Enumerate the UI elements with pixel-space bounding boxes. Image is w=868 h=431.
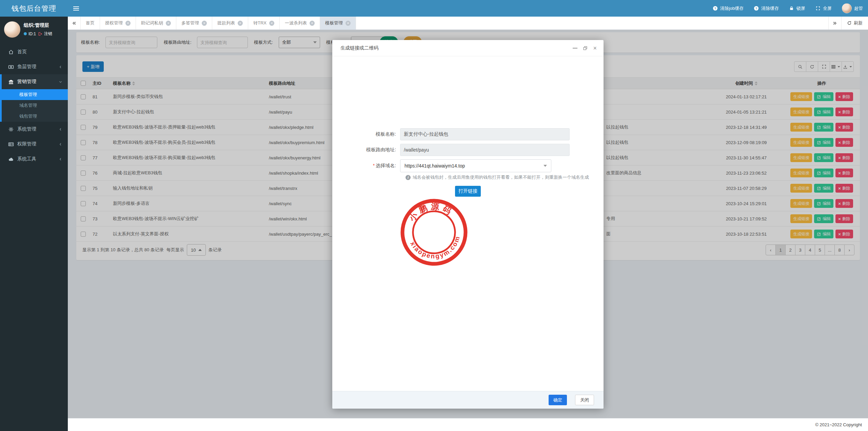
topnav-label: 全屏 <box>823 5 832 12</box>
tab-模板管理[interactable]: 模板管理× <box>320 17 356 30</box>
tabs-scroll-right-button[interactable] <box>828 17 841 30</box>
sidebar-item-鱼苗管理[interactable]: 鱼苗管理 <box>0 59 68 74</box>
chevron-left-icon <box>58 142 63 146</box>
sidebar-item-权限管理[interactable]: 权限管理 <box>0 137 68 152</box>
tab-close-icon[interactable]: × <box>125 21 131 26</box>
topnav-label: 锁屏 <box>796 5 805 12</box>
tab-label: 转TRX <box>253 20 267 26</box>
question-circle-icon: ? <box>754 6 759 11</box>
online-dot-icon <box>24 32 27 35</box>
tab-多签管理[interactable]: 多签管理× <box>176 17 212 30</box>
sidebar-item-系统工具[interactable]: 系统工具 <box>0 152 68 166</box>
chevron-left-icon <box>58 65 63 69</box>
copyright: © 2021~2022 Copyright <box>815 422 862 427</box>
topnav: ?清除job缓存?清除缓存锁屏全屏超管 <box>708 0 868 17</box>
sidebar-item-首页[interactable]: 首页 <box>0 44 68 59</box>
tab-label: 授权管理 <box>105 20 123 26</box>
sidebar-item-营销管理[interactable]: 营销管理 <box>2 74 68 89</box>
tab-label: 一波杀列表 <box>285 20 307 26</box>
bank-icon <box>8 79 14 85</box>
topnav-锁屏[interactable]: 锁屏 <box>784 0 810 17</box>
sidebar-subitem-模板管理[interactable]: 模板管理 <box>2 89 68 100</box>
dialog-title: 生成链接或二维码 <box>340 45 378 51</box>
maximize-icon[interactable] <box>583 46 588 51</box>
tabs-scroll-left-button[interactable] <box>68 17 81 30</box>
sidebar-group-active: 营销管理模板管理域名管理钱包管理 <box>0 74 68 122</box>
tab-close-icon[interactable]: × <box>166 21 171 26</box>
tab-授权管理[interactable]: 授权管理× <box>100 17 136 30</box>
money-icon <box>8 64 14 70</box>
domain-select[interactable]: https://441qt.haiwaiym14.top <box>400 159 551 172</box>
page-footer: © 2021~2022 Copyright <box>68 418 868 431</box>
close-icon[interactable]: × <box>593 45 597 51</box>
close-button[interactable]: 关闭 <box>575 395 594 405</box>
lock-icon <box>789 6 794 11</box>
sidebar: 组织:管理层 ID:1 注销 首页鱼苗管理营销管理模板管理域名管理钱包管理系统管… <box>0 17 68 431</box>
avatar <box>842 3 852 13</box>
gear-icon <box>8 126 14 132</box>
tab-转TRX[interactable]: 转TRX× <box>248 17 280 30</box>
id-card-icon <box>8 141 14 147</box>
tab-close-icon[interactable]: × <box>202 21 207 26</box>
topnav-label: 清除job缓存 <box>720 5 744 12</box>
sidebar-toggle-button[interactable] <box>68 0 84 17</box>
sidebar-item-label: 鱼苗管理 <box>17 64 36 70</box>
logout-icon <box>38 32 42 36</box>
tab-助记词私钥[interactable]: 助记词私钥× <box>136 17 176 30</box>
user-org: 组织:管理层 <box>24 22 52 28</box>
topnav-清除job缓存[interactable]: ?清除job缓存 <box>708 0 749 17</box>
hamburger-icon <box>73 5 79 12</box>
chevron-down-icon <box>58 80 63 84</box>
chevron-left-icon <box>58 157 63 161</box>
sidebar-subitem-钱包管理[interactable]: 钱包管理 <box>2 111 68 122</box>
sidebar-item-label: 系统管理 <box>17 126 36 132</box>
topnav-清除缓存[interactable]: ?清除缓存 <box>749 0 784 17</box>
sidebar-menu: 首页鱼苗管理营销管理模板管理域名管理钱包管理系统管理权限管理系统工具 <box>0 44 68 166</box>
tab-label: 提款列表 <box>217 20 235 26</box>
user-panel: 组织:管理层 ID:1 注销 <box>0 17 68 42</box>
refresh-icon <box>847 21 852 25</box>
tab-refresh-button[interactable]: 刷新 <box>841 17 868 30</box>
field-route-label: 模板路由地址: <box>340 147 400 153</box>
tab-label: 首页 <box>86 20 95 26</box>
sidebar-item-label: 营销管理 <box>17 79 36 85</box>
generate-link-dialog: 生成链接或二维码 × 模板名称: 新支付中心-拉起钱包 模板路由地址: /wal… <box>332 40 604 409</box>
svg-text:?: ? <box>755 7 757 10</box>
field-name-value: 新支付中心-拉起钱包 <box>400 128 570 140</box>
sidebar-item-系统管理[interactable]: 系统管理 <box>0 122 68 137</box>
refresh-label: 刷新 <box>854 20 863 26</box>
top-bar: 钱包后台管理 ?清除job缓存?清除缓存锁屏全屏超管 <box>0 0 868 17</box>
tab-一波杀列表[interactable]: 一波杀列表× <box>280 17 320 30</box>
tab-label: 多签管理 <box>181 20 199 26</box>
topnav-label: 清除缓存 <box>761 5 779 12</box>
tab-close-icon[interactable]: × <box>238 21 243 26</box>
tabs: 首页授权管理×助记词私钥×多签管理×提款列表×转TRX×一波杀列表×模板管理× <box>81 17 356 30</box>
fullscreen-icon <box>815 6 821 11</box>
tab-提款列表[interactable]: 提款列表× <box>212 17 248 30</box>
sidebar-item-label: 系统工具 <box>17 156 36 162</box>
sidebar-item-label: 首页 <box>17 49 27 55</box>
sidebar-subitem-域名管理[interactable]: 域名管理 <box>2 100 68 111</box>
topnav-全屏[interactable]: 全屏 <box>810 0 837 17</box>
watermark-stamp: 小鹏源码 xiaopengym.com <box>396 194 472 271</box>
cloud-icon <box>8 156 14 162</box>
tab-close-icon[interactable]: × <box>346 21 351 26</box>
tab-label: 模板管理 <box>325 20 343 26</box>
domain-hint: i 域名会被钱包封，生成后用鱼使用的钱包打开看看，如果不能打开，则重新换一个域名… <box>406 174 589 180</box>
chevron-down-icon <box>544 165 547 167</box>
domain-select-value: https://441qt.haiwaiym14.top <box>405 163 465 169</box>
topnav-超管[interactable]: 超管 <box>837 0 868 17</box>
dialog-body: 模板名称: 新支付中心-拉起钱包 模板路由地址: /wallet/payu *选… <box>332 56 604 391</box>
user-id: ID:1 <box>28 32 36 36</box>
svg-text:?: ? <box>714 7 716 10</box>
home-icon <box>8 49 14 55</box>
field-route-value: /wallet/payu <box>400 144 570 156</box>
tab-首页[interactable]: 首页 <box>81 17 100 30</box>
topnav-label: 超管 <box>854 5 863 12</box>
tab-close-icon[interactable]: × <box>310 21 315 26</box>
logout-link[interactable]: 注销 <box>44 31 52 37</box>
confirm-button[interactable]: 确定 <box>549 395 567 405</box>
avatar <box>4 21 20 38</box>
minimize-icon[interactable] <box>573 48 577 48</box>
tab-close-icon[interactable]: × <box>269 21 274 26</box>
